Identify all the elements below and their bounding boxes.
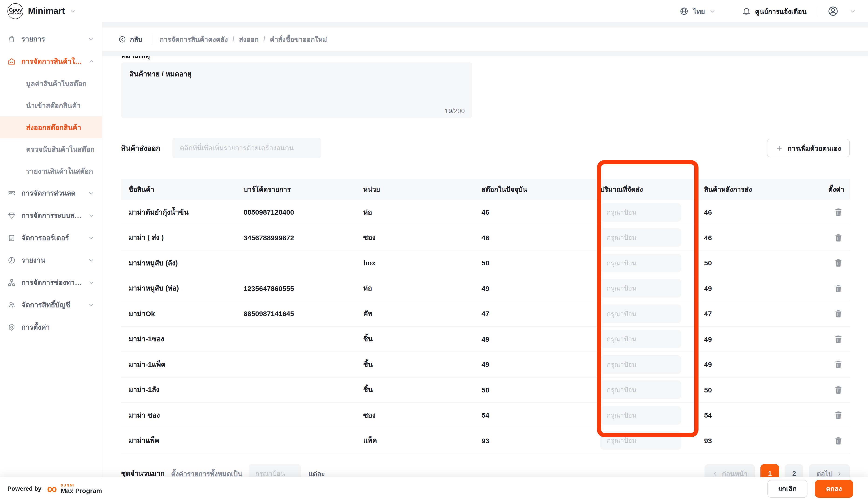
ship-quantity-input[interactable] [600,203,681,221]
trash-icon [834,436,842,445]
breadcrumb-separator: / [233,35,235,43]
sidebar-item-label: การตั้งค่า [21,322,94,333]
sidebar-item-8[interactable]: การจัดการระบบสมาชิก [0,204,102,227]
sidebar-item-12[interactable]: จัดการสิทธิ์บัญชี [0,294,102,316]
footer-bar: Powered by ∞ SUNMI Max Program ยกเลิก ตก… [0,477,868,500]
cell-product-name: มาม่าแพ็ค [121,435,244,446]
warehouse-icon [8,57,16,66]
header-stock-after: สินค้าหลังการส่ง [704,184,822,195]
sidebar-subitem-2[interactable]: มูลค่าสินค้าในสต๊อก [0,72,102,94]
ship-quantity-input[interactable] [600,305,681,323]
delete-row-button[interactable] [833,257,844,269]
delete-row-button[interactable] [833,434,844,447]
cell-product-name: มาม่า ( ส่ง ) [121,232,244,243]
chevron-down-icon [88,235,94,241]
header-current-stock: สต๊อกในปัจจุบัน [482,184,600,195]
breadcrumb-item[interactable]: การจัดการสินค้าคงคลัง [160,34,228,44]
chevron-up-icon [88,58,94,65]
delete-row-button[interactable] [833,333,844,345]
ship-quantity-input[interactable] [600,406,681,424]
main-area: กลับ การจัดการสินค้าคงคลัง / ส่งออก / คำ… [102,22,868,500]
back-button[interactable]: กลับ [118,34,143,44]
cell-unit: ห่อ [363,283,482,294]
delete-row-button[interactable] [833,282,844,295]
cell-stock-after: 49 [704,284,822,292]
sidebar-subitem-6[interactable]: รายงานสินค้าในสต๊อก [0,160,102,182]
scan-input[interactable] [172,138,321,158]
account-menu[interactable] [827,5,856,17]
bag-icon [8,35,16,43]
table-row: มาม่า ( ส่ง )3456788999872ซอง4646 [121,225,850,250]
ship-quantity-input[interactable] [600,431,681,450]
sidebar-item-7[interactable]: การจัดการส่วนลด [0,182,102,204]
cell-stock-after: 46 [704,208,822,216]
note-textarea[interactable]: สินค้าหาย / หมดอายุ [121,62,472,118]
ship-quantity-input[interactable] [600,330,681,349]
chevron-down-icon [849,8,856,14]
sidebar-subitem-4[interactable]: ส่งออกสต๊อกสินค้า [0,116,102,138]
sidebar-item-label: การจัดการส่วนลด [21,188,82,199]
header-product-name: ชื่อสินค้า [121,184,244,195]
delete-row-button[interactable] [833,384,844,396]
back-label: กลับ [130,34,143,44]
sidebar-item-10[interactable]: รายงาน [0,249,102,271]
sidebar-item-1[interactable]: การจัดการสินค้าในสต๊... [0,50,102,72]
chevron-right-icon [836,470,842,477]
delete-row-button[interactable] [833,409,844,422]
gear-icon [8,323,16,331]
sidebar-item-13[interactable]: การตั้งค่า [0,316,102,339]
sidebar-subitem-label: รายงานสินค้าในสต๊อก [26,166,93,177]
sidebar-subitem-label: มูลค่าสินค้าในสต๊อก [26,78,87,89]
trash-icon [834,335,842,343]
cell-current-stock: 47 [482,310,600,318]
header-barcode: บาร์โค้ดรายการ [244,184,363,195]
cell-stock-after: 50 [704,386,822,394]
sidebar-item-9[interactable]: จัดการออร์เดอร์ [0,227,102,249]
ship-quantity-input[interactable] [600,254,681,272]
sidebar-item-11[interactable]: การจัดการช่องทาง Gr... [0,271,102,294]
users-icon [8,301,16,309]
brand[interactable]: Gpos MINIMART Minimart [8,3,76,19]
delete-row-button[interactable] [833,358,844,371]
cell-barcode: 1235647860555 [244,284,363,292]
divider [817,7,817,16]
sidebar-subitem-5[interactable]: ตรวจนับสินค้าในสต๊อก [0,138,102,160]
cell-current-stock: 49 [482,335,600,343]
chevron-down-icon [88,212,94,219]
table-row: มาม่า-1แพ็คชิ้น4949 [121,352,850,377]
cell-stock-after: 47 [704,310,822,318]
chevron-down-icon[interactable] [69,8,76,14]
add-manually-button[interactable]: การเพิ่มด้วยตนเอง [767,139,850,157]
sitemap-icon [8,279,16,287]
sidebar-subitem-3[interactable]: นำเข้าสต๊อกสินค้า [0,94,102,116]
delete-row-button[interactable] [833,231,844,244]
trash-icon [834,411,842,420]
language-label: ไทย [693,6,705,16]
export-products-label: สินค้าส่งออก [121,142,160,154]
cell-product-name: มาม่าต้มยำกุ้งน้ำข้น [121,207,244,218]
notification-center[interactable]: ศูนย์การแจ้งเตือน [742,6,807,16]
delete-row-button[interactable] [833,307,844,320]
breadcrumb-item[interactable]: คำสั่งซื้อขาออกใหม่ [270,34,327,44]
sidebar-item-label: จัดการออร์เดอร์ [21,232,82,243]
cancel-button[interactable]: ยกเลิก [767,480,808,498]
ship-quantity-input[interactable] [600,228,681,247]
ship-quantity-input[interactable] [600,380,681,399]
delete-row-button[interactable] [833,206,844,218]
breadcrumb-item[interactable]: ส่งออก [239,34,259,44]
cell-current-stock: 49 [482,361,600,368]
confirm-button[interactable]: ตกลง [815,480,853,498]
breadcrumb-bar: กลับ การจัดการสินค้าคงคลัง / ส่งออก / คำ… [102,27,868,51]
cell-unit: ชิ้น [363,384,482,396]
trash-icon [834,360,842,369]
ship-quantity-input[interactable] [600,355,681,374]
cell-barcode: 3456788999872 [244,234,363,242]
chevron-down-icon [88,190,94,196]
ship-quantity-input[interactable] [600,279,681,298]
language-switcher[interactable]: ไทย [680,6,716,16]
add-manually-label: การเพิ่มด้วยตนเอง [787,143,841,154]
sidebar-item-0[interactable]: รายการ [0,28,102,50]
notification-label: ศูนย์การแจ้งเตือน [755,6,807,16]
table-row: มาม่าOk8850987141645คัพ4747 [121,301,850,327]
trash-icon [834,386,842,394]
